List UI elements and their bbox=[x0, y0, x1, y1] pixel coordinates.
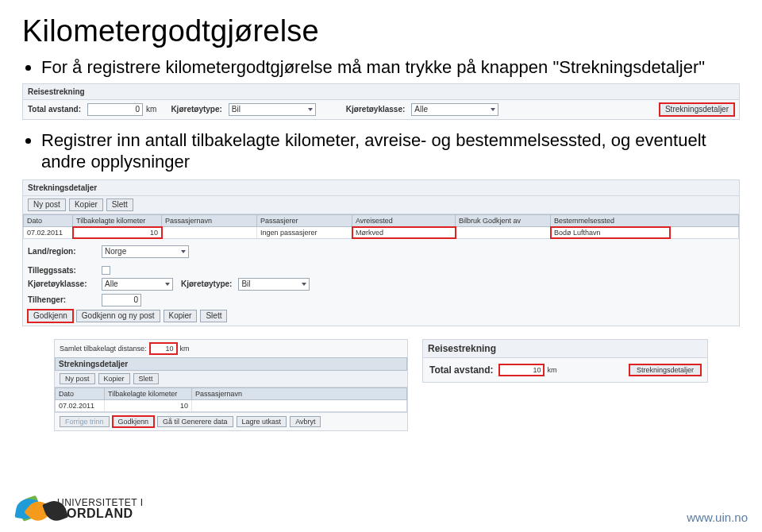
reisestrekning-title: Reisestrekning bbox=[23, 84, 739, 100]
inset-col-km: Tilbakelagte kilometer bbox=[105, 388, 192, 399]
sd-details-body: Land/region: Norge Tilleggssats: Kjøretø… bbox=[23, 239, 739, 326]
cell-passasjerer[interactable]: Ingen passasjerer bbox=[257, 227, 352, 238]
inset-row: Samlet tilbakelagt distanse: 10 km Strek… bbox=[54, 334, 708, 431]
cell-dato[interactable]: 07.02.2011 bbox=[24, 227, 73, 238]
logo-line2: NORDLAND bbox=[57, 507, 144, 520]
cell-bestemmelsessted[interactable]: Bodø Lufthavn bbox=[551, 227, 670, 238]
bullet-1: For å registrere kilometergodtgjørelse m… bbox=[41, 56, 740, 79]
samlet-label: Samlet tilbakelagt distanse: bbox=[60, 345, 147, 353]
inset-rs-title: Reisestrekning bbox=[423, 340, 707, 358]
tilleggssats-label: Tilleggssats: bbox=[28, 266, 95, 275]
total-avstand-input[interactable]: 0 bbox=[87, 103, 143, 116]
inset-left: Samlet tilbakelagt distanse: 10 km Strek… bbox=[54, 334, 408, 431]
kjoretoyklasse-label: Kjøretøyklasse: bbox=[346, 105, 405, 114]
strekningsdetaljer-panel: Strekningsdetaljer Ny post Kopier Slett … bbox=[22, 179, 740, 326]
inset-col-dato: Dato bbox=[56, 388, 105, 399]
avbryt-button[interactable]: Avbryt bbox=[290, 416, 321, 427]
kjoretoytype-select[interactable]: Bil bbox=[229, 103, 316, 116]
logo-icon bbox=[14, 494, 51, 524]
cell-bilbruk[interactable] bbox=[456, 227, 551, 238]
kjoretoyklasse-select[interactable]: Alle bbox=[411, 103, 498, 116]
inset-ny-post-button[interactable]: Ny post bbox=[60, 373, 95, 384]
cell-passasjernavn[interactable] bbox=[162, 227, 257, 238]
inset-cell-pname[interactable] bbox=[192, 400, 406, 411]
tilhenger-input[interactable]: 0 bbox=[102, 294, 141, 306]
table-row[interactable]: 07.02.2011 10 Ingen passasjerer Mørkved … bbox=[23, 227, 739, 239]
col-bestemmelsessted: Bestemmelsessted bbox=[551, 215, 670, 226]
inset-sd-toolbar: Ny post Kopier Slett bbox=[55, 371, 407, 387]
inset-col-pname: Passasjernavn bbox=[192, 388, 406, 399]
kjoretoyklasse2-select[interactable]: Alle bbox=[102, 278, 173, 291]
landregion-select[interactable]: Norge bbox=[102, 245, 189, 258]
strekningsdetaljer-button[interactable]: Strekningsdetaljer bbox=[660, 103, 734, 116]
samlet-km: km bbox=[180, 345, 190, 353]
inset-right: Reisestrekning Total avstand: 10 km Stre… bbox=[422, 334, 708, 383]
cell-km[interactable]: 10 bbox=[73, 227, 162, 238]
inset-kopier-button[interactable]: Kopier bbox=[98, 373, 130, 384]
sd-toolbar: Ny post Kopier Slett bbox=[23, 196, 739, 214]
km-unit: km bbox=[146, 105, 156, 114]
sd-table-header: Dato Tilbakelagte kilometer Passasjernav… bbox=[23, 214, 739, 227]
reisestrekning-panel: Reisestrekning Total avstand: 0 km Kjøre… bbox=[22, 83, 740, 120]
generere-data-button[interactable]: Gå til Generere data bbox=[157, 416, 233, 427]
footer: UNIVERSITETET I NORDLAND www.uin.no bbox=[14, 494, 748, 524]
inset-sd-title: Strekningsdetaljer bbox=[55, 357, 407, 371]
samlet-input[interactable]: 10 bbox=[150, 343, 177, 354]
kopier-button[interactable]: Kopier bbox=[69, 199, 103, 211]
logo-text: UNIVERSITETET I NORDLAND bbox=[57, 498, 144, 520]
bullet-2: Registrer inn antall tilbakelagte kilome… bbox=[41, 129, 740, 173]
tilhenger-label: Tilhenger: bbox=[28, 295, 95, 304]
kopier2-button[interactable]: Kopier bbox=[164, 310, 198, 322]
col-avreisested: Avreisested bbox=[352, 215, 456, 226]
kjoretoytype2-label: Kjøretøytype: bbox=[181, 279, 232, 288]
cell-avreisested[interactable]: Mørkved bbox=[352, 227, 456, 238]
lagre-utkast-button[interactable]: Lagre utkast bbox=[237, 416, 287, 427]
col-dato: Dato bbox=[24, 215, 73, 226]
logo: UNIVERSITETET I NORDLAND bbox=[14, 494, 144, 524]
inset-total-label: Total avstand: bbox=[429, 364, 493, 376]
ny-post-button[interactable]: Ny post bbox=[28, 199, 66, 211]
tilleggssats-checkbox[interactable] bbox=[102, 266, 110, 275]
godkjenn-ny-button[interactable]: Godkjenn og ny post bbox=[76, 310, 160, 322]
inset-slett-button[interactable]: Slett bbox=[133, 373, 159, 384]
landregion-label: Land/region: bbox=[28, 247, 95, 256]
page-title: Kilometergodtgjørelse bbox=[22, 14, 740, 48]
sd-title: Strekningsdetaljer bbox=[23, 180, 739, 196]
kjoretoyklasse2-label: Kjøretøyklasse: bbox=[28, 279, 95, 288]
inset-cell-km[interactable]: 10 bbox=[105, 400, 192, 411]
inset-sd-button[interactable]: Strekningsdetaljer bbox=[629, 364, 701, 376]
kjoretoytype-label: Kjøretøytype: bbox=[171, 105, 221, 114]
slett-button[interactable]: Slett bbox=[106, 199, 133, 211]
col-passasjerer: Passasjerer bbox=[257, 215, 352, 226]
footer-url: www.uin.no bbox=[687, 511, 748, 524]
col-passasjernavn: Passasjernavn bbox=[162, 215, 257, 226]
col-km: Tilbakelagte kilometer bbox=[73, 215, 162, 226]
col-bilbruk: Bilbruk Godkjent av bbox=[456, 215, 551, 226]
godkjenn-button[interactable]: Godkjenn bbox=[28, 310, 73, 322]
inset-km-unit: km bbox=[547, 366, 556, 374]
inset-cell-dato[interactable]: 07.02.2011 bbox=[56, 400, 105, 411]
slett2-button[interactable]: Slett bbox=[200, 310, 227, 322]
kjoretoytype2-select[interactable]: Bil bbox=[238, 278, 310, 291]
inset-godkjenn-button[interactable]: Godkjenn bbox=[113, 416, 155, 427]
inset-table-row[interactable]: 07.02.2011 10 bbox=[55, 400, 407, 412]
forrige-trinn-button[interactable]: Forrige trinn bbox=[60, 416, 110, 427]
total-avstand-label: Total avstand: bbox=[28, 105, 81, 114]
inset-total-input[interactable]: 10 bbox=[499, 364, 544, 376]
